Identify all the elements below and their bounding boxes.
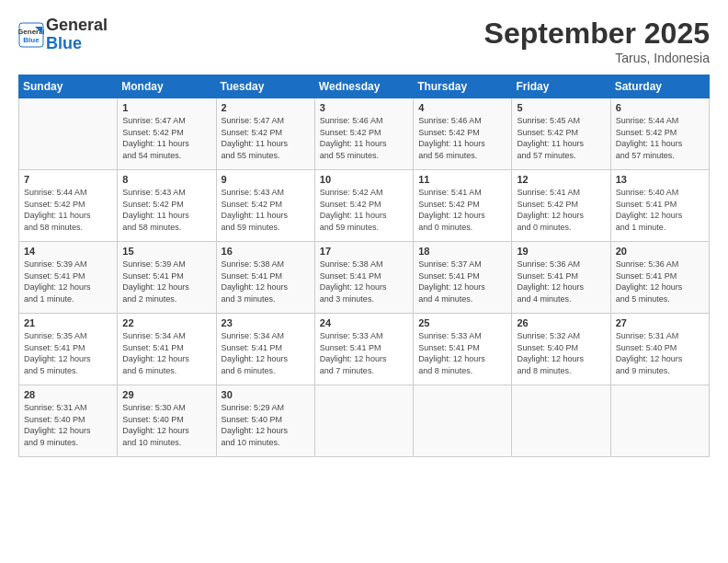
day-info: Sunrise: 5:46 AM Sunset: 5:42 PM Dayligh… xyxy=(320,115,408,161)
day-info: Sunrise: 5:33 AM Sunset: 5:41 PM Dayligh… xyxy=(320,330,408,376)
day-number: 25 xyxy=(418,317,506,328)
day-info: Sunrise: 5:39 AM Sunset: 5:41 PM Dayligh… xyxy=(24,259,112,304)
logo-icon: General Blue xyxy=(18,22,44,48)
svg-text:Blue: Blue xyxy=(23,36,40,44)
calendar-cell: 10Sunrise: 5:42 AM Sunset: 5:42 PM Dayli… xyxy=(314,170,413,242)
calendar-cell: 18Sunrise: 5:37 AM Sunset: 5:41 PM Dayli… xyxy=(414,242,512,314)
day-number: 26 xyxy=(517,317,605,328)
title-area: September 2025 Tarus, Indonesia xyxy=(484,17,710,65)
day-number: 6 xyxy=(616,102,704,113)
calendar-cell: 29Sunrise: 5:30 AM Sunset: 5:40 PM Dayli… xyxy=(118,385,216,457)
day-number: 24 xyxy=(320,317,408,328)
day-info: Sunrise: 5:29 AM Sunset: 5:40 PM Dayligh… xyxy=(222,402,310,448)
day-number: 27 xyxy=(616,317,704,328)
calendar-cell: 9Sunrise: 5:43 AM Sunset: 5:42 PM Daylig… xyxy=(216,170,314,242)
calendar-cell: 1Sunrise: 5:47 AM Sunset: 5:42 PM Daylig… xyxy=(118,98,216,170)
day-number: 11 xyxy=(418,174,506,185)
day-info: Sunrise: 5:34 AM Sunset: 5:41 PM Dayligh… xyxy=(122,330,210,376)
day-info: Sunrise: 5:38 AM Sunset: 5:41 PM Dayligh… xyxy=(222,259,310,304)
day-number: 1 xyxy=(122,102,210,113)
day-number: 18 xyxy=(418,246,506,257)
calendar-cell: 2Sunrise: 5:47 AM Sunset: 5:42 PM Daylig… xyxy=(216,98,314,170)
header-row: Sunday Monday Tuesday Wednesday Thursday… xyxy=(19,75,710,98)
day-info: Sunrise: 5:43 AM Sunset: 5:42 PM Dayligh… xyxy=(122,187,210,233)
calendar-cell: 6Sunrise: 5:44 AM Sunset: 5:42 PM Daylig… xyxy=(610,98,709,170)
day-number: 9 xyxy=(222,174,310,185)
calendar-cell: 19Sunrise: 5:36 AM Sunset: 5:41 PM Dayli… xyxy=(512,242,610,314)
day-info: Sunrise: 5:44 AM Sunset: 5:42 PM Dayligh… xyxy=(616,115,704,161)
day-info: Sunrise: 5:39 AM Sunset: 5:41 PM Dayligh… xyxy=(122,259,210,304)
location: Tarus, Indonesia xyxy=(484,51,710,65)
calendar-cell: 5Sunrise: 5:45 AM Sunset: 5:42 PM Daylig… xyxy=(512,98,610,170)
calendar-cell xyxy=(610,385,709,457)
day-info: Sunrise: 5:41 AM Sunset: 5:42 PM Dayligh… xyxy=(517,187,605,233)
day-number: 2 xyxy=(222,102,310,113)
calendar-week-3: 21Sunrise: 5:35 AM Sunset: 5:41 PM Dayli… xyxy=(19,314,710,385)
col-wednesday: Wednesday xyxy=(314,75,413,98)
calendar-week-2: 14Sunrise: 5:39 AM Sunset: 5:41 PM Dayli… xyxy=(19,242,710,314)
calendar-week-4: 28Sunrise: 5:31 AM Sunset: 5:40 PM Dayli… xyxy=(19,385,710,457)
day-info: Sunrise: 5:41 AM Sunset: 5:42 PM Dayligh… xyxy=(418,187,506,233)
calendar-cell: 11Sunrise: 5:41 AM Sunset: 5:42 PM Dayli… xyxy=(414,170,512,242)
calendar-cell: 20Sunrise: 5:36 AM Sunset: 5:41 PM Dayli… xyxy=(610,242,709,314)
logo: General Blue General Blue xyxy=(18,17,108,53)
calendar-cell xyxy=(314,385,413,457)
calendar-cell: 17Sunrise: 5:38 AM Sunset: 5:41 PM Dayli… xyxy=(314,242,413,314)
col-friday: Friday xyxy=(512,75,610,98)
calendar-cell: 22Sunrise: 5:34 AM Sunset: 5:41 PM Dayli… xyxy=(118,314,216,385)
day-number: 28 xyxy=(24,389,112,400)
col-monday: Monday xyxy=(118,75,216,98)
day-info: Sunrise: 5:30 AM Sunset: 5:40 PM Dayligh… xyxy=(122,402,210,448)
day-info: Sunrise: 5:45 AM Sunset: 5:42 PM Dayligh… xyxy=(517,115,605,161)
day-info: Sunrise: 5:47 AM Sunset: 5:42 PM Dayligh… xyxy=(122,115,210,161)
day-info: Sunrise: 5:34 AM Sunset: 5:41 PM Dayligh… xyxy=(222,330,310,376)
day-number: 19 xyxy=(517,246,605,257)
day-info: Sunrise: 5:38 AM Sunset: 5:41 PM Dayligh… xyxy=(320,259,408,304)
day-number: 4 xyxy=(418,102,506,113)
calendar-cell: 28Sunrise: 5:31 AM Sunset: 5:40 PM Dayli… xyxy=(19,385,118,457)
calendar-body: 1Sunrise: 5:47 AM Sunset: 5:42 PM Daylig… xyxy=(19,98,710,457)
day-number: 17 xyxy=(320,246,408,257)
calendar-table: Sunday Monday Tuesday Wednesday Thursday… xyxy=(18,75,710,457)
day-number: 21 xyxy=(24,317,112,328)
day-info: Sunrise: 5:40 AM Sunset: 5:41 PM Dayligh… xyxy=(616,187,704,233)
day-info: Sunrise: 5:35 AM Sunset: 5:41 PM Dayligh… xyxy=(24,330,112,376)
day-info: Sunrise: 5:43 AM Sunset: 5:42 PM Dayligh… xyxy=(222,187,310,233)
day-info: Sunrise: 5:33 AM Sunset: 5:41 PM Dayligh… xyxy=(418,330,506,376)
day-number: 16 xyxy=(222,246,310,257)
day-info: Sunrise: 5:37 AM Sunset: 5:41 PM Dayligh… xyxy=(418,259,506,304)
calendar-cell: 8Sunrise: 5:43 AM Sunset: 5:42 PM Daylig… xyxy=(118,170,216,242)
day-info: Sunrise: 5:36 AM Sunset: 5:41 PM Dayligh… xyxy=(517,259,605,304)
calendar-cell: 21Sunrise: 5:35 AM Sunset: 5:41 PM Dayli… xyxy=(19,314,118,385)
calendar-week-0: 1Sunrise: 5:47 AM Sunset: 5:42 PM Daylig… xyxy=(19,98,710,170)
calendar-cell: 27Sunrise: 5:31 AM Sunset: 5:40 PM Dayli… xyxy=(610,314,709,385)
calendar-cell: 12Sunrise: 5:41 AM Sunset: 5:42 PM Dayli… xyxy=(512,170,610,242)
calendar-cell: 16Sunrise: 5:38 AM Sunset: 5:41 PM Dayli… xyxy=(216,242,314,314)
day-number: 22 xyxy=(122,317,210,328)
calendar-cell: 23Sunrise: 5:34 AM Sunset: 5:41 PM Dayli… xyxy=(216,314,314,385)
calendar-cell xyxy=(512,385,610,457)
month-title: September 2025 xyxy=(484,17,710,51)
calendar-cell: 4Sunrise: 5:46 AM Sunset: 5:42 PM Daylig… xyxy=(414,98,512,170)
col-thursday: Thursday xyxy=(414,75,512,98)
day-info: Sunrise: 5:46 AM Sunset: 5:42 PM Dayligh… xyxy=(418,115,506,161)
header: General Blue General Blue September 2025… xyxy=(18,17,710,65)
calendar-cell: 15Sunrise: 5:39 AM Sunset: 5:41 PM Dayli… xyxy=(118,242,216,314)
day-number: 20 xyxy=(616,246,704,257)
calendar-week-1: 7Sunrise: 5:44 AM Sunset: 5:42 PM Daylig… xyxy=(19,170,710,242)
calendar-cell: 13Sunrise: 5:40 AM Sunset: 5:41 PM Dayli… xyxy=(610,170,709,242)
logo-text: General Blue xyxy=(46,17,108,53)
calendar-cell xyxy=(414,385,512,457)
calendar-cell: 14Sunrise: 5:39 AM Sunset: 5:41 PM Dayli… xyxy=(19,242,118,314)
day-number: 12 xyxy=(517,174,605,185)
calendar-cell: 30Sunrise: 5:29 AM Sunset: 5:40 PM Dayli… xyxy=(216,385,314,457)
day-number: 23 xyxy=(222,317,310,328)
day-info: Sunrise: 5:32 AM Sunset: 5:40 PM Dayligh… xyxy=(517,330,605,376)
day-info: Sunrise: 5:42 AM Sunset: 5:42 PM Dayligh… xyxy=(320,187,408,233)
page: General Blue General Blue September 2025… xyxy=(0,0,728,563)
day-info: Sunrise: 5:47 AM Sunset: 5:42 PM Dayligh… xyxy=(222,115,310,161)
col-saturday: Saturday xyxy=(610,75,709,98)
day-number: 30 xyxy=(222,389,310,400)
day-number: 29 xyxy=(122,389,210,400)
calendar-cell: 3Sunrise: 5:46 AM Sunset: 5:42 PM Daylig… xyxy=(314,98,413,170)
